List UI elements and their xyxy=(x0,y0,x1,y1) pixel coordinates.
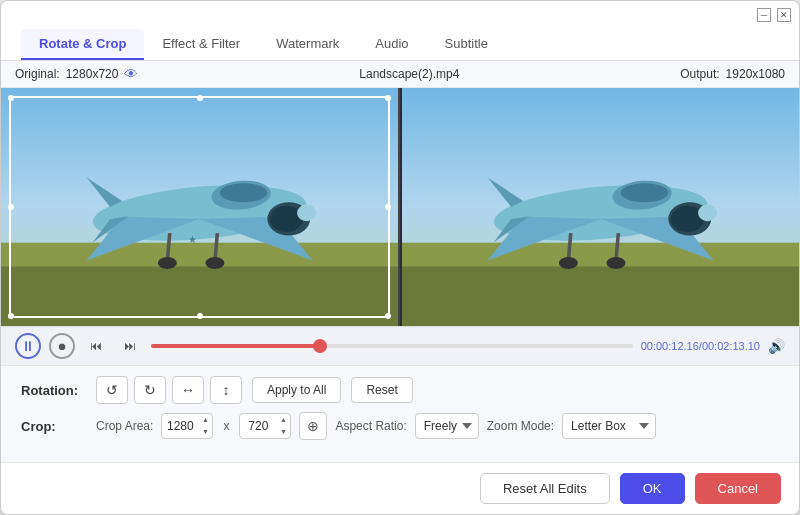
original-label: Original: xyxy=(15,67,60,81)
zoom-mode-select[interactable]: Letter Box Pan & Scan Full xyxy=(562,413,656,439)
rotate-cw-button[interactable]: ↻ xyxy=(134,376,166,404)
svg-point-32 xyxy=(559,257,578,269)
crop-height-up[interactable]: ▲ xyxy=(277,414,289,426)
tabs-bar: Rotate & Crop Effect & Filter Watermark … xyxy=(1,29,799,61)
playback-controls: ⏸ ⏺ ⏮ ⏭ 00:00:12.16/00:02:13.10 🔊 xyxy=(1,326,799,365)
tab-rotate-crop[interactable]: Rotate & Crop xyxy=(21,29,144,60)
filename: Landscape(2).mp4 xyxy=(359,67,459,81)
aspect-ratio-select[interactable]: Freely 16:9 4:3 1:1 9:16 xyxy=(415,413,479,439)
info-filename: Landscape(2).mp4 xyxy=(359,67,459,81)
crop-width-down[interactable]: ▼ xyxy=(199,426,211,438)
progress-fill xyxy=(151,344,320,348)
apply-to-all-button[interactable]: Apply to All xyxy=(252,377,341,403)
flip-v-button[interactable]: ↕ xyxy=(210,376,242,404)
pause-button[interactable]: ⏸ xyxy=(15,333,41,359)
crop-controls: Crop Area: ▲ ▼ x ▲ ▼ ⊕ As xyxy=(96,412,656,440)
svg-point-23 xyxy=(621,183,669,202)
minimize-button[interactable]: ─ xyxy=(757,8,771,22)
crop-height-group: ▲ ▼ xyxy=(239,413,291,439)
svg-text:★: ★ xyxy=(188,234,197,245)
svg-point-12 xyxy=(297,205,316,222)
close-button[interactable]: ✕ xyxy=(777,8,791,22)
original-res: 1280x720 xyxy=(66,67,119,81)
svg-line-31 xyxy=(568,233,570,260)
eye-icon[interactable]: 👁 xyxy=(124,66,138,82)
video-area: ★ xyxy=(1,88,799,326)
svg-point-16 xyxy=(205,257,224,269)
time-current: 00:00:12.16 xyxy=(641,340,699,352)
video-panels: ★ xyxy=(1,88,799,326)
reset-rotation-button[interactable]: Reset xyxy=(351,377,412,403)
video-frame-right xyxy=(402,88,799,326)
tab-subtitle[interactable]: Subtitle xyxy=(427,29,506,60)
info-bar: Original: 1280x720 👁 Landscape(2).mp4 Ou… xyxy=(1,61,799,88)
svg-line-13 xyxy=(167,233,169,260)
time-display: 00:00:12.16/00:02:13.10 xyxy=(641,340,760,352)
volume-icon[interactable]: 🔊 xyxy=(768,338,785,354)
prev-frame-button[interactable]: ⏮ xyxy=(83,333,109,359)
svg-line-33 xyxy=(616,233,618,260)
reset-all-button[interactable]: Reset All Edits xyxy=(480,473,610,504)
svg-point-30 xyxy=(698,205,717,222)
center-crop-button[interactable]: ⊕ xyxy=(299,412,327,440)
time-total: 00:02:13.10 xyxy=(702,340,760,352)
svg-rect-1 xyxy=(1,243,398,267)
info-original: Original: 1280x720 👁 xyxy=(15,66,138,82)
crop-width-up[interactable]: ▲ xyxy=(199,414,211,426)
tab-audio[interactable]: Audio xyxy=(357,29,426,60)
rotation-row: Rotation: ↺ ↻ ↔ ↕ Apply to All Reset xyxy=(21,376,779,404)
svg-point-14 xyxy=(158,257,177,269)
progress-bar[interactable] xyxy=(151,344,633,348)
record-button[interactable]: ⏺ xyxy=(49,333,75,359)
crop-label: Crop: xyxy=(21,419,86,434)
output-label: Output: xyxy=(680,67,719,81)
window-controls: ─ ✕ xyxy=(757,8,791,22)
bottom-bar: Reset All Edits OK Cancel xyxy=(1,462,799,514)
progress-thumb[interactable] xyxy=(313,339,327,353)
crop-width-group: ▲ ▼ xyxy=(161,413,213,439)
cancel-button[interactable]: Cancel xyxy=(695,473,781,504)
video-frame-left: ★ xyxy=(1,88,398,326)
title-bar: ─ ✕ xyxy=(1,1,799,29)
next-frame-button[interactable]: ⏭ xyxy=(117,333,143,359)
svg-point-34 xyxy=(606,257,625,269)
crop-height-spinners: ▲ ▼ xyxy=(277,414,289,438)
rotation-buttons: ↺ ↻ ↔ ↕ xyxy=(96,376,242,404)
svg-rect-19 xyxy=(402,243,799,267)
svg-line-15 xyxy=(215,233,217,260)
x-separator: x xyxy=(223,419,229,433)
flip-h-button[interactable]: ↔ xyxy=(172,376,204,404)
video-panel-right xyxy=(402,88,799,326)
options-area: Rotation: ↺ ↻ ↔ ↕ Apply to All Reset Cro… xyxy=(1,365,799,462)
svg-point-5 xyxy=(220,183,268,202)
crop-row: Crop: Crop Area: ▲ ▼ x ▲ ▼ xyxy=(21,412,779,440)
tab-effect-filter[interactable]: Effect & Filter xyxy=(144,29,258,60)
main-window: ─ ✕ Rotate & Crop Effect & Filter Waterm… xyxy=(0,0,800,515)
zoom-mode-label: Zoom Mode: xyxy=(487,419,554,433)
video-panel-left: ★ xyxy=(1,88,400,326)
rotation-label: Rotation: xyxy=(21,383,86,398)
rotate-ccw-button[interactable]: ↺ xyxy=(96,376,128,404)
ok-button[interactable]: OK xyxy=(620,473,685,504)
crop-area-label: Crop Area: xyxy=(96,419,153,433)
tab-watermark[interactable]: Watermark xyxy=(258,29,357,60)
info-output: Output: 1920x1080 xyxy=(680,67,785,81)
crop-width-spinners: ▲ ▼ xyxy=(199,414,211,438)
aspect-ratio-label: Aspect Ratio: xyxy=(335,419,406,433)
output-res: 1920x1080 xyxy=(726,67,785,81)
crop-height-down[interactable]: ▼ xyxy=(277,426,289,438)
